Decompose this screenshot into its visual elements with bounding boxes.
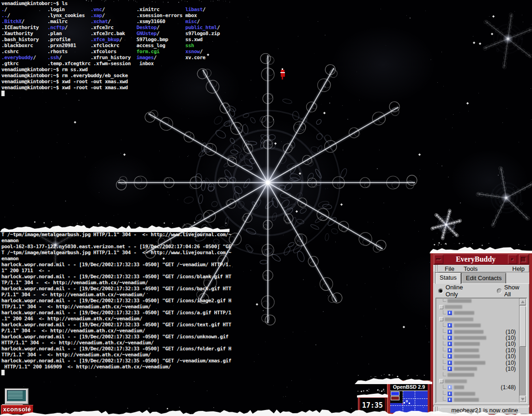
contact-name-redacted [454,361,485,365]
clock-window[interactable]: 17:35 [358,396,387,416]
contact-scrollbar[interactable] [519,298,526,403]
terminal-line: .Xauthority .plan .xfce3rc.bak GNUstep/ … [1,31,220,37]
terminal-line: harlock.wopr.norad.mil - - [19/Dec/2002:… [1,274,231,280]
contact-list[interactable]: (10)(10)(10)(10)(10)(10)(10)(1:48) [435,298,527,403]
contact-row[interactable]: (10) [435,329,527,335]
contact-row[interactable] [435,298,527,304]
terminal-line: enamon [1,256,231,262]
contact-row[interactable]: (10) [435,366,527,372]
statusbar-grip[interactable] [435,407,438,414]
star [232,267,233,267]
graph-trace-dot-red [402,404,403,404]
everybuddy-window[interactable]: EveryBuddy File Tools Help Status Edit C… [430,251,532,416]
grid-line [415,391,415,413]
contact-row[interactable]: (10) [435,335,527,341]
star [223,1,224,1]
contact-row[interactable]: (10) [435,347,527,353]
contact-row[interactable]: (10) [435,354,527,360]
maximize-button[interactable] [519,255,528,264]
star [286,223,287,223]
star [343,150,343,150]
snow-sparkle [491,33,493,35]
star [365,283,365,284]
star [291,380,292,381]
star [502,122,503,123]
tree-connector [443,397,446,401]
aim-buddy-icon [447,398,452,402]
minimize-icon [511,258,514,261]
radio-show-all[interactable] [497,288,502,294]
santa-leg [282,77,283,80]
group-expander-box[interactable] [439,317,443,321]
star [239,230,240,230]
window-menu-button[interactable] [434,255,443,264]
star [381,9,381,9]
star [245,123,246,124]
contact-row[interactable] [435,316,527,322]
terminal-access-log-window[interactable]: T /~tpm/image/metalgearbush.jpg HTTP/1.1… [1,232,231,377]
aim-buddy-icon [447,311,452,315]
tab-status[interactable]: Status [435,272,461,284]
star [230,2,230,2]
star [75,385,75,385]
star [503,56,503,57]
contact-row[interactable] [435,378,527,384]
star [65,201,66,202]
star [531,88,531,89]
star [331,97,332,97]
star [365,239,365,239]
star [429,342,429,343]
tab-edit-contacts[interactable]: Edit Contacts [461,273,506,283]
star [16,229,16,230]
contact-row[interactable] [435,391,527,397]
tree-connector [443,347,446,351]
contact-row[interactable] [435,304,527,310]
star [265,342,266,342]
tree-connector [443,310,446,314]
contact-row[interactable]: (1:48) [435,384,527,390]
everybuddy-titlebar[interactable]: EveryBuddy [433,254,529,265]
tree-connector [443,335,446,339]
star [321,104,321,104]
menu-file[interactable]: File [440,265,459,272]
star [285,396,286,397]
contact-row[interactable]: (10) [435,360,527,366]
star [327,295,328,296]
tree-connector [443,360,446,364]
contact-row[interactable] [435,397,527,403]
group-expander-box[interactable] [439,305,443,309]
menu-tools[interactable]: Tools [459,265,482,272]
scroll-thumb[interactable] [520,306,526,347]
minimize-button[interactable] [508,255,517,264]
menubar-grip[interactable] [435,265,438,272]
group-expander-box[interactable] [439,379,443,383]
star [254,361,254,362]
menu-help[interactable]: Help [508,265,529,272]
aim-buddy-icon [447,330,452,334]
terminal-line: .cshrc .rhosts .xfcolors form.cgi xsnow/ [1,49,220,55]
contact-row[interactable] [435,310,527,316]
load-graph [390,391,428,413]
star [14,157,15,158]
terminal-line: TTP/1.1" 304 - <- http://venadium.ath.cx… [1,352,231,358]
terminal-ls-window[interactable]: venadium@kintobor:~$ ls./ .login .vnc/ .… [1,0,220,98]
scroll-up-button[interactable] [520,299,526,305]
tree-connector [443,391,446,395]
snow-sparkle [323,112,326,114]
star [19,108,20,108]
contact-row[interactable] [435,372,527,378]
openbsd-monitor-window[interactable]: OpenBSD 2.9 [387,380,431,416]
radio-online-only[interactable] [438,288,443,294]
star [454,243,454,244]
tree-connector [443,323,446,327]
star [287,387,287,387]
star [314,53,314,54]
contact-row[interactable] [435,323,527,329]
contact-row[interactable]: (10) [435,341,527,347]
status-page: Online Only Show All (10)(10)(10)(10)(10… [433,283,529,405]
scroll-down-button[interactable] [520,396,526,402]
terminal-line: harlock.wopr.norad.mil - - [19/Dec/2002:… [1,310,231,316]
contact-badge: (10) [506,335,516,341]
terminal-line: HTTP/1.1" 304 - <- http://venadium.ath.c… [1,340,231,346]
star [64,107,64,108]
